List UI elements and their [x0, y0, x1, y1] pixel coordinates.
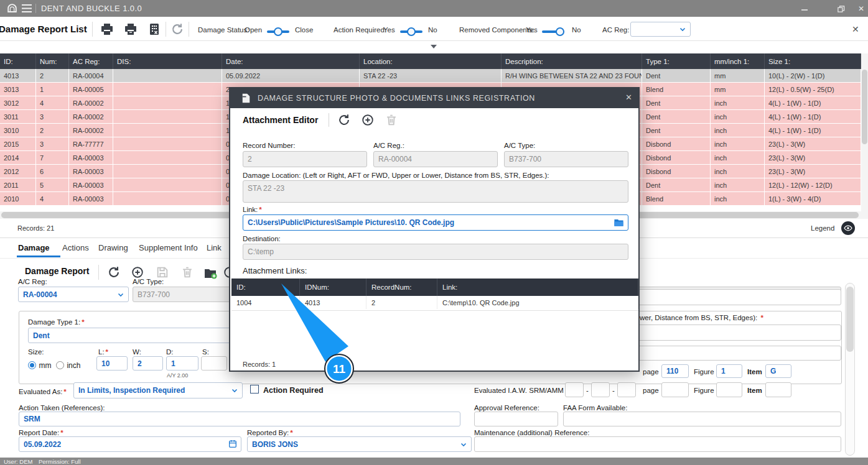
grid-vertical-scrollbar[interactable] [861, 53, 868, 211]
window-close-button[interactable]: ✕ [855, 2, 867, 15]
app-title: DENT AND BUCKLE 1.0.0 [41, 4, 142, 13]
ref2-page-input[interactable] [661, 382, 689, 397]
modal-damage-location-input: STA 22 -23 [243, 180, 628, 203]
unit-inch-radio[interactable]: inch [56, 359, 80, 371]
maintenance-reference-label: Maintenance (additional) Reference: [474, 429, 589, 436]
calendar-icon[interactable] [228, 439, 238, 449]
ref2-item-label: Item [747, 387, 762, 394]
damage-status-toggle[interactable] [267, 27, 289, 36]
collapse-triangle-icon[interactable] [431, 45, 437, 48]
w-input[interactable]: 2 [133, 356, 163, 371]
faa-form-input[interactable] [563, 412, 841, 426]
form-delete-icon[interactable] [180, 265, 195, 280]
tab-damage[interactable]: Damage [18, 243, 50, 252]
damage-status-on-label: Open [245, 26, 262, 34]
column-header[interactable]: ID: [0, 53, 36, 69]
damage-type-label: Damage Type 1:* [28, 318, 85, 326]
ref1-figure-input[interactable]: 1 [716, 364, 742, 378]
tab-drawing[interactable]: Drawing [98, 243, 128, 252]
column-header[interactable]: RecordNum: [366, 279, 437, 296]
evaluated-iaw-label: Evaluated I.A.W. SRM/AMM [474, 387, 564, 394]
record-number-input: 2 [243, 151, 367, 167]
column-header[interactable]: IDNum: [300, 279, 366, 296]
modal-header[interactable]: DAMAGE STRUCTURE PHOTO & DOCUMENTS LINKS… [230, 88, 638, 108]
column-header[interactable]: Location: [360, 53, 502, 69]
minimize-button[interactable] [798, 2, 811, 15]
ref2-item-input[interactable] [765, 382, 791, 397]
restore-button[interactable] [834, 2, 847, 15]
page-title: Damage Report List [0, 24, 87, 34]
approval-reference-input[interactable] [474, 412, 558, 426]
iaw-ref-input-2[interactable] [591, 382, 610, 397]
status-user: User: DEM [4, 458, 32, 465]
browse-folder-icon[interactable] [614, 218, 624, 228]
form-vertical-scrollbar[interactable] [845, 283, 855, 456]
action-required-on-label: Yes [383, 26, 395, 34]
attachments-body: 1004 4013 2 C:\temp\10. QR Code.jpg [231, 296, 638, 311]
ref2-figure-input[interactable] [716, 382, 742, 397]
reported-by-dropdown[interactable]: BORIS JONS [247, 436, 472, 452]
form-refresh-icon[interactable] [107, 265, 122, 280]
modal-close-button[interactable]: ✕ [625, 93, 632, 102]
l-input[interactable]: 10 [96, 356, 128, 371]
tab-supplement-info[interactable]: Supplement Info [139, 243, 198, 252]
table-row[interactable]: 4013 2 RA-00004 05.09.2022 STA 22 -23 R/… [0, 69, 861, 83]
ac-reg-filter-dropdown[interactable] [630, 22, 691, 37]
removed-components-label: Removed Components: [459, 26, 534, 34]
action-required-checkbox[interactable] [250, 385, 259, 394]
scrollbar-thumb[interactable] [862, 70, 867, 144]
iaw-ref-input-1[interactable] [565, 382, 584, 397]
modal-add-icon[interactable] [361, 113, 375, 127]
tab-actions[interactable]: Actions [62, 243, 89, 252]
ref1-page-label: page [643, 368, 659, 375]
form-attachments-icon[interactable] [203, 265, 218, 280]
ref1-page-input[interactable]: 110 [661, 364, 689, 378]
iaw-ref-input-3[interactable] [617, 382, 636, 397]
link-input[interactable]: C:\Users\Public\Pictures\Sample Pictures… [243, 214, 628, 231]
maintenance-reference-input[interactable] [474, 436, 841, 452]
export-excel-icon[interactable] [147, 22, 162, 37]
modal-refresh-icon[interactable] [337, 113, 351, 127]
column-header[interactable]: Size 1: [765, 53, 861, 69]
column-header[interactable]: Type 1: [642, 53, 711, 69]
column-header[interactable]: mm/inch 1: [711, 53, 765, 69]
chevron-down-icon [459, 440, 469, 449]
damage-location-label-fragment: wer, Distance from BS, STR, Edges): * [640, 314, 763, 321]
legend-eye-icon[interactable] [841, 221, 855, 235]
d-input[interactable]: 1 [166, 356, 198, 371]
panel-close-button[interactable]: ✕ [852, 24, 859, 34]
s-input[interactable] [201, 356, 227, 371]
hamburger-menu-icon[interactable] [21, 4, 32, 13]
print-report-icon[interactable] [123, 22, 138, 37]
form-ac-reg-dropdown[interactable]: RA-00004 [18, 287, 129, 302]
editor-title: Attachment Editor [243, 115, 318, 125]
column-header[interactable]: Date: [222, 53, 360, 69]
chevron-down-icon [116, 290, 126, 300]
print-icon[interactable] [100, 22, 114, 37]
modal-ac-reg-label: A/C Reg.: [373, 142, 404, 149]
evaluated-as-dropdown[interactable]: In Limits, Inspection Required [73, 382, 243, 398]
action-required-off-label: No [428, 26, 437, 34]
attachments-header: ID: IDNum: RecordNum: Link: [231, 279, 638, 296]
damage-status-off-label: Close [295, 26, 313, 34]
action-taken-input[interactable]: SRM [19, 412, 460, 426]
removed-components-toggle[interactable] [542, 27, 564, 36]
column-header[interactable]: AC Reg: [69, 53, 113, 69]
report-date-input[interactable]: 05.09.2022 [19, 436, 241, 452]
refresh-icon[interactable] [170, 22, 185, 37]
column-header[interactable]: DIS: [113, 53, 222, 69]
unit-mm-radio[interactable]: mm [28, 359, 51, 371]
ref1-item-input[interactable]: G [765, 364, 791, 378]
tab-link[interactable]: Link [207, 243, 222, 252]
action-required-toggle[interactable] [400, 27, 422, 36]
modal-delete-icon[interactable] [385, 113, 398, 127]
scrollbar-thumb[interactable] [846, 287, 854, 352]
attachment-row[interactable]: 1004 4013 2 C:\temp\10. QR Code.jpg [231, 296, 638, 311]
ref1-figure-label: Figure [694, 368, 714, 375]
column-header[interactable]: Description: [502, 53, 642, 69]
column-header[interactable]: ID: [231, 279, 300, 296]
column-header[interactable]: Link: [437, 279, 638, 296]
grid-header: ID: Num: AC Reg: DIS: Date: Location: De… [0, 53, 861, 69]
report-date-label: Report Date:* [19, 429, 63, 436]
column-header[interactable]: Num: [36, 53, 69, 69]
